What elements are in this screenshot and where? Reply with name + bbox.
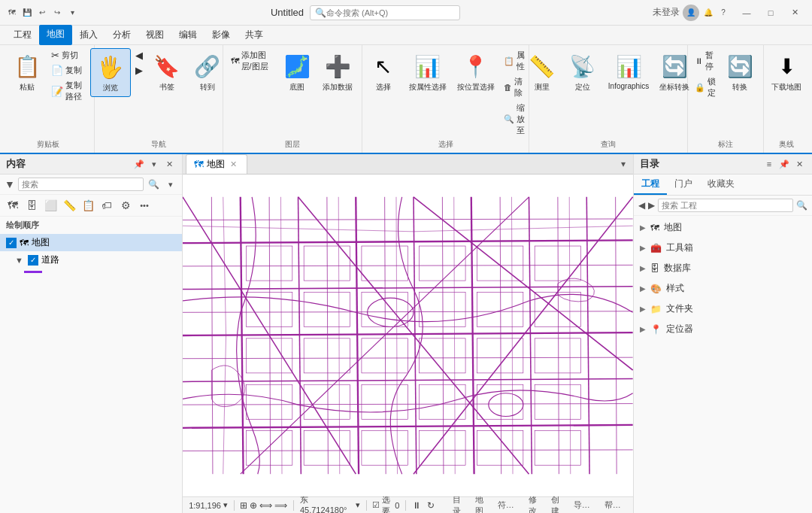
locate-button[interactable]: 📡 定位	[563, 48, 602, 96]
layer-checkbox-map[interactable]: ✓	[6, 238, 17, 248]
download-map-button[interactable]: ⬇ 下载地图	[767, 48, 806, 96]
left-panel-close-icon[interactable]: ✕	[162, 157, 176, 171]
catalog-item-folders[interactable]: ▶ 📁 文件夹	[634, 299, 812, 319]
tab-portal[interactable]: 门户	[667, 175, 700, 195]
layer-item-road[interactable]: ▼ ✓ 道路	[0, 251, 182, 269]
database-icon[interactable]: 🗄	[23, 197, 40, 214]
app-logo-icon[interactable]: 🗺	[6, 7, 18, 19]
user-avatar[interactable]: 👤	[683, 5, 699, 21]
polygon-icon[interactable]: ⬜	[42, 197, 59, 214]
bookmark-icon: 🔖	[152, 51, 182, 81]
menu-item-share[interactable]: 共享	[238, 26, 271, 44]
new-layer-icon[interactable]: 🗺	[5, 197, 21, 214]
map-tab-close-button[interactable]: ✕	[228, 159, 239, 170]
copy-path-button[interactable]: 📝 复制路径	[48, 78, 89, 104]
export-tab[interactable]: 导…	[568, 498, 596, 512]
left-panel-search-input[interactable]	[18, 178, 144, 191]
select-button[interactable]: ↖ 选择	[364, 48, 403, 96]
catalog-item-database[interactable]: ▶ 🗄 数据库	[634, 258, 812, 278]
paste-label: 粘贴	[20, 82, 35, 93]
lock-button[interactable]: 🔒 锁定	[692, 74, 719, 100]
browse-icon: 🖐	[95, 52, 126, 82]
command-search-bar[interactable]: 🔍	[310, 5, 460, 20]
cut-button[interactable]: ✂ 剪切	[48, 48, 89, 62]
measure-button[interactable]: 📏 测里	[523, 48, 562, 96]
copy-button[interactable]: 📄 复制	[48, 63, 89, 77]
command-search-input[interactable]	[326, 8, 447, 17]
redo-icon[interactable]: ↪	[51, 7, 63, 19]
grid-icon[interactable]: ⊞	[240, 500, 247, 511]
customize-icon[interactable]: ▾	[66, 7, 78, 19]
browse-label: 浏览	[103, 83, 118, 93]
left-panel-search-button[interactable]: 🔍	[147, 178, 161, 191]
browse-button[interactable]: 🖐 浏览	[90, 48, 131, 97]
catalog-item-styles[interactable]: ▶ 🎨 样式	[634, 278, 812, 299]
catalog-label-database: 数据库	[664, 262, 691, 275]
pause-status-icon[interactable]: ⏸	[412, 500, 421, 511]
symbol-tab[interactable]: 符…	[492, 498, 520, 512]
menu-item-map[interactable]: 地图	[39, 25, 72, 45]
table-icon[interactable]: 📋	[80, 197, 96, 214]
notifications-icon[interactable]: 🔔	[702, 7, 714, 19]
coord-dropdown-icon[interactable]: ▾	[356, 500, 360, 510]
close-button[interactable]: ✕	[783, 5, 806, 21]
menu-item-insert[interactable]: 插入	[72, 26, 105, 44]
catalog-item-map[interactable]: ▶ 🗺 地图	[634, 217, 812, 238]
right-search-button[interactable]: 🔍	[796, 200, 807, 211]
right-back-icon[interactable]: ◀	[638, 200, 645, 211]
add-layer-button[interactable]: 🗺 添加图层/图层	[228, 48, 277, 74]
basemap-button[interactable]: 🗾 底图	[277, 48, 317, 96]
scale-dropdown-icon[interactable]: ▾	[223, 500, 228, 510]
road-expand-icon[interactable]: ▼	[15, 256, 23, 265]
nav-icon[interactable]: ⟹	[274, 500, 287, 511]
bookmark-button[interactable]: 🔖 书签	[147, 48, 186, 96]
maximize-button[interactable]: □	[759, 5, 782, 21]
convert-button[interactable]: 🔄 转换	[720, 48, 759, 96]
menu-item-edit[interactable]: 编辑	[171, 26, 205, 44]
select-by-attribute-button[interactable]: 📊 按属性选择	[404, 48, 451, 96]
map-tab[interactable]: 🗺 地图 ✕	[186, 154, 247, 174]
pan-icon[interactable]: ⟺	[259, 500, 272, 511]
catalog-item-locator[interactable]: ▶ 📍 定位器	[634, 319, 812, 339]
forward-button[interactable]: ▶	[132, 63, 146, 77]
menu-item-view[interactable]: 视图	[138, 26, 171, 44]
menu-item-imagery[interactable]: 影像	[205, 26, 238, 44]
save-icon[interactable]: 💾	[21, 7, 33, 19]
left-panel-pin-icon[interactable]: 📌	[132, 157, 146, 171]
catalog-item-toolbox[interactable]: ▶ 🧰 工具箱	[634, 238, 812, 258]
add-data-button[interactable]: ➕ 添加数据	[318, 48, 357, 96]
right-panel-search-input[interactable]	[658, 199, 793, 212]
menu-item-analysis[interactable]: 分析	[105, 26, 138, 44]
goto-button[interactable]: 🔗 转到	[188, 48, 227, 96]
map-tab-dropdown-icon[interactable]: ▾	[617, 156, 630, 172]
line-icon[interactable]: 📏	[61, 197, 77, 214]
title-bar-right: 未登录 👤 🔔 ? — □ ✕	[653, 5, 806, 21]
left-panel-menu-icon[interactable]: ▾	[147, 157, 161, 171]
more-options-icon[interactable]: •••	[136, 197, 153, 214]
crosshair-icon[interactable]: ⊕	[250, 500, 257, 511]
layer-toolbar: 🗺 🗄 ⬜ 📏 📋 🏷 ⚙ •••	[0, 195, 182, 217]
infographics-button[interactable]: 📊 Infographics	[604, 48, 653, 93]
settings-icon[interactable]: ⚙	[117, 197, 134, 214]
layer-checkbox-road[interactable]: ✓	[28, 255, 38, 266]
minimize-button[interactable]: —	[735, 5, 758, 21]
select-by-location-button[interactable]: 📍 按位置选择	[453, 48, 499, 96]
menu-item-project[interactable]: 工程	[6, 26, 39, 44]
pause-button[interactable]: ⏸ 暂停	[692, 48, 719, 74]
tag-icon[interactable]: 🏷	[98, 197, 115, 214]
right-panel-options-icon[interactable]: ≡	[762, 157, 776, 171]
map-canvas[interactable]	[183, 175, 633, 496]
layer-item-map[interactable]: ✓ 🗺 地图	[0, 234, 182, 251]
refresh-icon[interactable]: ↻	[427, 500, 435, 511]
left-panel-options-icon[interactable]: ▾	[164, 178, 177, 191]
tab-project[interactable]: 工程	[634, 175, 667, 195]
right-panel-close-icon[interactable]: ✕	[792, 157, 806, 171]
paste-button[interactable]: 📋 粘贴	[8, 48, 47, 96]
back-button[interactable]: ◀	[132, 48, 146, 62]
right-panel-pin-icon[interactable]: 📌	[777, 157, 791, 171]
right-forward-icon[interactable]: ▶	[648, 200, 655, 211]
undo-icon[interactable]: ↩	[36, 7, 48, 19]
tab-favorites[interactable]: 收藏夹	[700, 175, 742, 195]
help-icon[interactable]: ?	[717, 7, 729, 19]
help-tab[interactable]: 帮…	[598, 498, 627, 512]
